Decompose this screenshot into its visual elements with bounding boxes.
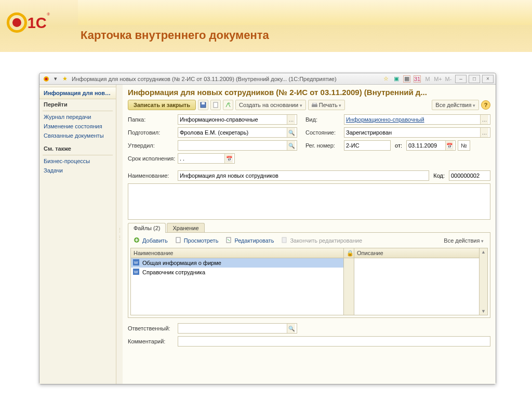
mminus-button[interactable]: M-	[445, 75, 452, 83]
file-name: Общая информация о фирме	[142, 260, 221, 266]
scroll-down-icon[interactable]: ▼	[481, 309, 486, 314]
prepared-search-icon[interactable]: 🔍	[287, 128, 295, 137]
add-file-button[interactable]: Добавить	[131, 236, 170, 245]
field-name[interactable]	[178, 170, 429, 181]
all-actions-dropdown[interactable]: Все действия	[432, 100, 479, 110]
column-desc-header[interactable]: Описание	[354, 248, 479, 258]
svg-rect-9	[312, 104, 317, 107]
view-file-label: Просмотреть	[184, 237, 219, 244]
nav-group-goto: Перейти	[39, 99, 116, 110]
calendar-icon[interactable]: 31	[414, 75, 421, 83]
svg-rect-12	[176, 237, 180, 243]
nav-link-journal[interactable]: Журнал передачи	[39, 112, 116, 122]
help-icon[interactable]: ?	[481, 100, 490, 110]
field-from-date[interactable]: 📅	[406, 140, 456, 151]
save-and-close-button[interactable]: Записать и закрыть	[128, 100, 196, 110]
save-icon[interactable]	[198, 100, 208, 110]
label-approved: Утвердил:	[128, 142, 176, 149]
deadline-picker-icon[interactable]: 📅	[224, 154, 233, 163]
svg-point-1	[12, 18, 21, 26]
document-icon	[175, 237, 182, 244]
label-comment: Комментарий:	[128, 338, 176, 344]
field-comment[interactable]	[178, 336, 490, 347]
document-title: Информация для новых сотрудников (№ 2-ИС…	[128, 88, 490, 97]
lock-column: 🔒	[344, 248, 354, 315]
minimize-button[interactable]: –	[455, 75, 467, 83]
add-file-label: Добавить	[142, 237, 168, 244]
number-button[interactable]: №	[458, 140, 470, 151]
dropdown-icon[interactable]: ▾	[52, 75, 59, 83]
mplus-button[interactable]: M+	[434, 75, 442, 83]
svg-rect-8	[214, 102, 218, 108]
maximize-button[interactable]: □	[469, 75, 480, 83]
label-responsible: Ответственный:	[128, 325, 176, 331]
titlebar: ▾ ★ Информация для новых сотрудников (№ …	[39, 73, 496, 85]
splitter-handle[interactable]: ⋮⋮	[116, 85, 123, 384]
field-status[interactable]: …	[344, 127, 490, 138]
svg-rect-14	[282, 237, 286, 243]
svg-point-5	[45, 77, 48, 80]
svg-rect-10	[313, 103, 316, 104]
history-icon[interactable]: ▣	[393, 75, 400, 83]
star-icon[interactable]: ★	[61, 75, 69, 83]
kind-select-icon[interactable]: …	[480, 115, 488, 124]
date-picker-icon[interactable]: 📅	[445, 141, 454, 150]
field-deadline[interactable]: 📅	[178, 153, 235, 164]
folder-select-icon[interactable]: …	[287, 115, 295, 124]
label-kind: Вид:	[305, 116, 342, 123]
m-button[interactable]: M	[424, 75, 431, 83]
label-from: от:	[395, 142, 402, 149]
approved-search-icon[interactable]: 🔍	[287, 141, 295, 150]
nav-link-processes[interactable]: Бизнес-процессы	[39, 156, 116, 166]
label-code: Код:	[433, 172, 445, 179]
field-prepared[interactable]: 🔍	[178, 127, 297, 138]
scrollbar[interactable]: ▲▼	[479, 248, 487, 315]
close-button[interactable]: ×	[482, 75, 494, 83]
favorite-add-icon[interactable]: ☆	[382, 75, 390, 83]
edit-file-button[interactable]: Редактировать	[223, 236, 276, 245]
field-folder[interactable]: …	[178, 114, 297, 125]
file-table: Наименование W Общая информация о фирме …	[130, 248, 488, 315]
files-all-actions-dropdown[interactable]: Все действия	[441, 236, 487, 245]
nav-link-related-docs[interactable]: Связанные документы	[39, 131, 116, 140]
label-status: Состояние:	[305, 129, 342, 136]
nav-tab-current[interactable]: Информация для нов…	[39, 87, 116, 99]
field-responsible[interactable]: 🔍	[178, 323, 297, 334]
tab-storage[interactable]: Хранение	[167, 223, 204, 233]
nav-panel: Информация для нов… Перейти Журнал перед…	[39, 85, 116, 384]
scroll-up-icon[interactable]: ▲	[481, 249, 486, 255]
column-name-header[interactable]: Наименование	[131, 248, 343, 258]
field-regnum[interactable]	[344, 140, 391, 151]
label-deadline: Срок исполнения:	[128, 155, 176, 162]
print-label: Печать	[319, 102, 338, 108]
finish-edit-label: Закончить редактирование	[290, 237, 362, 244]
register-icon[interactable]	[223, 100, 233, 110]
file-row[interactable]: W Общая информация о фирме	[131, 258, 343, 268]
tab-files[interactable]: Файлы (2)	[128, 223, 166, 233]
svg-text:®: ®	[47, 11, 50, 16]
slide-title: Карточка внутреннего документа	[81, 29, 269, 42]
field-code[interactable]	[449, 170, 490, 181]
print-dropdown[interactable]: Печать	[308, 100, 345, 110]
label-prepared: Подготовил:	[128, 129, 176, 136]
field-approved[interactable]: 🔍	[178, 140, 297, 151]
nav-link-status-change[interactable]: Изменение состояния	[39, 122, 116, 131]
finish-edit-button[interactable]: Закончить редактирование	[279, 236, 364, 245]
svg-rect-7	[202, 102, 205, 104]
description-textarea[interactable]	[128, 183, 490, 220]
view-file-button[interactable]: Просмотреть	[173, 236, 221, 245]
status-select-icon[interactable]: …	[480, 128, 488, 137]
svg-text:W: W	[134, 260, 138, 265]
edit-icon	[225, 237, 233, 244]
nav-link-tasks[interactable]: Задачи	[39, 166, 116, 175]
new-icon[interactable]	[210, 100, 221, 110]
file-name: Справочник сотрудника	[142, 269, 205, 275]
create-based-dropdown[interactable]: Создать на основании	[235, 100, 306, 110]
file-row[interactable]: W Справочник сотрудника	[131, 268, 343, 277]
finish-icon	[281, 237, 288, 244]
responsible-search-icon[interactable]: 🔍	[287, 324, 295, 333]
plus-icon	[134, 237, 141, 244]
main-toolbar: Записать и закрыть Создать на основании …	[128, 100, 490, 110]
calculator-icon[interactable]: ▦	[403, 75, 410, 83]
field-kind[interactable]: …	[344, 114, 490, 125]
